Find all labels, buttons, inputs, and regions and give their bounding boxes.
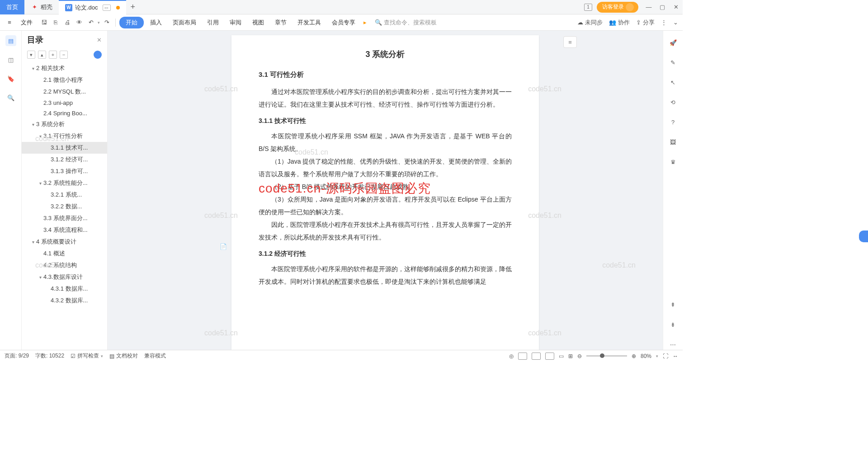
zoom-value[interactable]: 80%: [641, 353, 651, 359]
document-area[interactable]: ≡ 📄 3 系统分析 3.1 可行性分析 通过对本医院管理系统小程序实行的目的初…: [108, 31, 663, 350]
outline-tree[interactable]: ▾2 相关技术2.1 微信小程序2.2 MYSQL 数...2.3 uni-ap…: [22, 62, 107, 350]
tab-doc-label: 论文.doc: [75, 4, 98, 12]
collapse-ribbon-icon[interactable]: ⌄: [673, 19, 678, 26]
tree-item[interactable]: 3.3 系统界面分...: [22, 212, 107, 224]
search-rail-icon[interactable]: 🔍: [5, 92, 16, 103]
expand-all-icon[interactable]: ▴: [38, 51, 46, 59]
bookmark-icon[interactable]: 🔖: [5, 73, 16, 84]
tree-item[interactable]: 3.1.2 经济可...: [22, 154, 107, 165]
outline-close-icon[interactable]: ✕: [97, 37, 102, 43]
ruler-icon[interactable]: ⊞: [568, 353, 573, 359]
collapse-all-icon[interactable]: ▾: [27, 51, 35, 59]
saveas-icon[interactable]: ⎘: [51, 18, 61, 28]
help-icon[interactable]: ?: [668, 117, 679, 127]
login-button[interactable]: 访客登录: [597, 2, 638, 13]
title-bar: 首页 ✦稻壳 W 论文.doc ▭ + 1 访客登录 — ▢ ✕: [0, 0, 683, 14]
print-icon[interactable]: 🖨: [62, 18, 72, 28]
menu-start[interactable]: 开始: [119, 17, 144, 28]
maximize-button[interactable]: ▢: [656, 0, 669, 14]
spellcheck-toggle[interactable]: ☑拼写检查 ▾: [71, 352, 103, 360]
view-page-icon[interactable]: [518, 353, 527, 360]
undo-icon[interactable]: ↶: [86, 18, 96, 28]
menu-reference[interactable]: 引用: [203, 17, 223, 28]
view-read-icon[interactable]: ▭: [559, 353, 564, 359]
view-web-icon[interactable]: [545, 353, 554, 360]
image-icon[interactable]: 🖼: [668, 136, 679, 147]
tree-item[interactable]: 4.1 概述: [22, 248, 107, 259]
cursor-icon[interactable]: ↖: [668, 77, 679, 88]
tree-item[interactable]: 4.2 系统结构: [22, 259, 107, 271]
tree-item[interactable]: 4.3.2 数据库...: [22, 295, 107, 306]
outline-ai-icon[interactable]: [94, 51, 102, 59]
undo-more-icon[interactable]: ▾: [98, 20, 100, 25]
collab-button[interactable]: 👥协作: [609, 19, 630, 27]
eye-icon[interactable]: ◎: [509, 353, 514, 359]
menu-icon[interactable]: ≡: [5, 18, 14, 28]
pen-icon[interactable]: ✎: [668, 57, 679, 68]
zoom-in-icon[interactable]: ⊕: [632, 353, 636, 359]
tab-home[interactable]: 首页: [0, 0, 24, 14]
kebab-icon[interactable]: ⋮: [661, 19, 667, 26]
window-indicator-icon[interactable]: ▭: [103, 5, 111, 11]
fullscreen-icon[interactable]: ⛶: [663, 353, 668, 359]
tree-item[interactable]: 3.2.1 系统...: [22, 189, 107, 201]
tree-item[interactable]: ▾4.3.数据库设计: [22, 271, 107, 283]
tree-item[interactable]: ▾2 相关技术: [22, 62, 107, 74]
menu-devtools[interactable]: 开发工具: [293, 17, 326, 28]
minimize-button[interactable]: —: [642, 0, 656, 14]
tree-item[interactable]: 3.1.3 操作可...: [22, 165, 107, 177]
paragraph-gutter-icon[interactable]: 📄: [220, 243, 227, 250]
tree-item[interactable]: ▾3.2 系统性能分...: [22, 177, 107, 189]
tree-item[interactable]: 2.1 微信小程序: [22, 74, 107, 86]
word-count[interactable]: 字数: 10522: [35, 352, 64, 360]
sync-button[interactable]: ☁未同步: [577, 19, 603, 27]
close-button[interactable]: ✕: [669, 0, 683, 14]
tab-document[interactable]: W 论文.doc ▭: [59, 0, 126, 14]
view-outline-icon[interactable]: [532, 353, 541, 360]
menu-chapter[interactable]: 章节: [270, 17, 291, 28]
tab-count-badge[interactable]: 1: [584, 4, 592, 11]
preview-icon[interactable]: 👁: [74, 18, 84, 28]
more-tools-icon[interactable]: ⋯: [668, 339, 679, 350]
fit-icon[interactable]: ↔: [673, 353, 678, 359]
share-button[interactable]: ⇪分享: [636, 19, 655, 27]
redo-icon[interactable]: ↷: [102, 18, 112, 28]
tree-item[interactable]: 4.3.1 数据库...: [22, 283, 107, 295]
crown-icon[interactable]: ♛: [668, 156, 679, 167]
vip-more-icon[interactable]: ▸: [363, 19, 367, 26]
menu-view[interactable]: 视图: [248, 17, 269, 28]
tree-item[interactable]: ▾3.1 可行性分析: [22, 130, 107, 142]
menu-insert[interactable]: 插入: [146, 17, 166, 28]
tree-item[interactable]: 3.2.2 数据...: [22, 201, 107, 212]
settings-icon[interactable]: ⟲: [668, 97, 679, 108]
quick-format-icon[interactable]: ≡: [563, 36, 577, 48]
tree-item[interactable]: ▾3 系统分析: [22, 118, 107, 130]
paragraph: 本医院管理系统小程序采用的软件都是开源的，这样能够削减很多的精力和资源，降低开发…: [259, 263, 512, 288]
tab-add[interactable]: +: [126, 2, 140, 12]
scroll-top-icon[interactable]: ⇞: [668, 299, 679, 310]
tree-item[interactable]: 2.4 Spring Boo...: [22, 108, 107, 118]
zoom-slider[interactable]: [586, 355, 627, 357]
command-search[interactable]: 🔍 查找命令、搜索模板: [375, 19, 437, 27]
menu-layout[interactable]: 页面布局: [168, 17, 201, 28]
page-indicator[interactable]: 页面: 9/29: [5, 352, 29, 360]
tree-item[interactable]: 3.1.1 技术可...: [22, 142, 107, 154]
add-level-icon[interactable]: +: [49, 51, 57, 59]
tree-item[interactable]: 3.4 系统流程和...: [22, 224, 107, 236]
box-icon[interactable]: ◫: [5, 54, 16, 65]
proof-button[interactable]: ▤文档校对: [109, 352, 138, 360]
outline-icon[interactable]: ▤: [5, 35, 16, 46]
menu-vip[interactable]: 会员专享: [327, 17, 360, 28]
scroll-bottom-icon[interactable]: ⇟: [668, 319, 679, 330]
file-menu[interactable]: 文件: [16, 17, 37, 28]
remove-level-icon[interactable]: −: [60, 51, 68, 59]
tree-item[interactable]: 2.3 uni-app: [22, 98, 107, 108]
rocket-icon[interactable]: 🚀: [668, 37, 679, 48]
tree-item[interactable]: 2.2 MYSQL 数...: [22, 86, 107, 98]
compat-mode[interactable]: 兼容模式: [144, 352, 166, 360]
menu-review[interactable]: 审阅: [225, 17, 246, 28]
tab-shell[interactable]: ✦稻壳: [24, 0, 59, 14]
tree-item[interactable]: ▾4 系统概要设计: [22, 236, 107, 248]
save-icon[interactable]: 🖫: [39, 18, 49, 28]
zoom-out-icon[interactable]: ⊖: [577, 353, 582, 359]
